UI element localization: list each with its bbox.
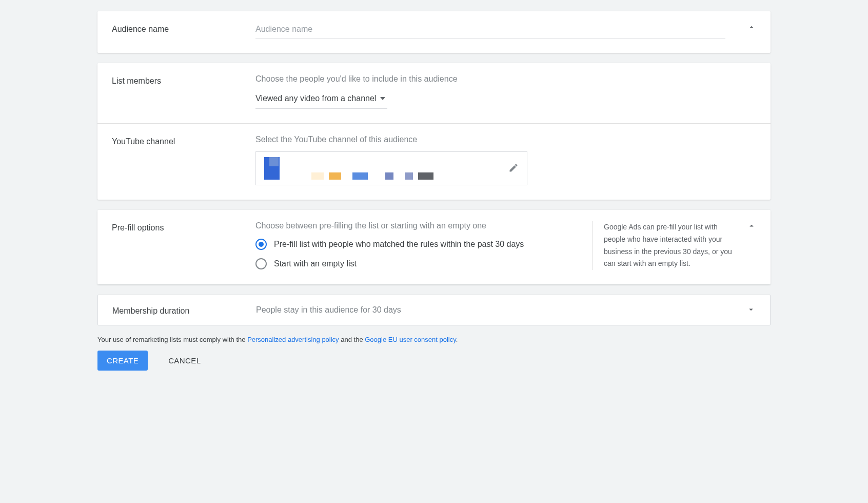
list-members-selected: Viewed any video from a channel xyxy=(255,94,376,103)
list-members-dropdown[interactable]: Viewed any video from a channel xyxy=(255,91,387,109)
audience-name-label: Audience name xyxy=(112,23,255,34)
create-button[interactable]: CREATE xyxy=(97,351,148,371)
caret-down-icon xyxy=(380,97,385,100)
membership-summary: People stay in this audience for 30 days xyxy=(256,305,746,315)
membership-duration-card[interactable]: Membership duration People stay in this … xyxy=(97,295,771,325)
youtube-channel-selector[interactable] xyxy=(255,151,527,185)
membership-label: Membership duration xyxy=(112,304,256,316)
list-members-desc: Choose the people you'd like to include … xyxy=(255,74,756,84)
chevron-up-icon[interactable] xyxy=(747,221,756,232)
personalized-ad-policy-link[interactable]: Personalized advertising policy xyxy=(247,336,339,343)
radio-checked-icon xyxy=(255,239,267,250)
compliance-text: Your use of remarketing lists must compl… xyxy=(97,336,771,343)
cancel-button[interactable]: CANCEL xyxy=(159,351,210,371)
prefill-help-text: Google Ads can pre-fill your list with p… xyxy=(592,221,736,270)
prefill-label: Pre-fill options xyxy=(112,221,255,233)
chevron-up-icon[interactable] xyxy=(747,23,756,33)
prefill-desc: Choose between pre-filling the list or s… xyxy=(255,221,582,230)
audience-name-card: Audience name xyxy=(97,11,771,53)
chevron-down-icon xyxy=(746,305,756,316)
youtube-channel-redacted-content xyxy=(264,157,433,180)
prefill-option-0-label: Pre-fill list with people who matched th… xyxy=(274,240,524,249)
audience-name-input[interactable] xyxy=(255,23,725,38)
youtube-channel-label: YouTube channel xyxy=(112,135,255,146)
prefill-option-1-label: Start with an empty list xyxy=(274,259,357,268)
radio-unchecked-icon xyxy=(255,258,267,269)
list-members-card: List members Choose the people you'd lik… xyxy=(97,63,771,200)
prefill-option-prefill[interactable]: Pre-fill list with people who matched th… xyxy=(255,239,582,250)
prefill-option-empty[interactable]: Start with an empty list xyxy=(255,258,582,269)
pencil-icon[interactable] xyxy=(508,163,519,175)
eu-consent-policy-link[interactable]: Google EU user consent policy xyxy=(365,336,456,343)
form-actions: CREATE CANCEL xyxy=(97,351,771,371)
prefill-card: Pre-fill options Choose between pre-fill… xyxy=(97,210,771,284)
list-members-label: List members xyxy=(112,74,255,86)
youtube-channel-desc: Select the YouTube channel of this audie… xyxy=(255,135,756,144)
